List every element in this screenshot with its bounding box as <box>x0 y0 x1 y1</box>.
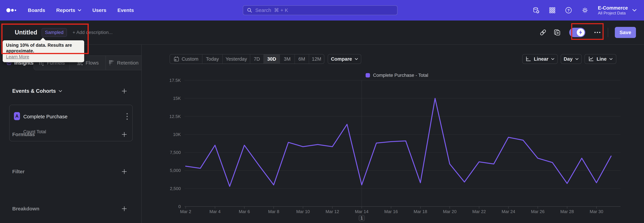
query-sidebar: Insights Funnels Flows <box>0 45 142 223</box>
add-formula-button[interactable] <box>121 131 127 138</box>
project-scope: All Project Data <box>598 11 628 16</box>
nav-item-boards[interactable]: Boards <box>28 8 45 13</box>
chart-area: Custom Today Yesterday 7D 30D 3M 6M 12M … <box>142 45 644 223</box>
tooltip-message: Using 10% of data. Results are approxima… <box>6 42 81 54</box>
svg-text:5,000: 5,000 <box>170 168 181 173</box>
nav-item-reports[interactable]: Reports <box>56 8 81 13</box>
range-today[interactable]: Today <box>202 54 223 64</box>
chart-type-dropdown[interactable]: Line <box>584 54 616 64</box>
chevron-down-icon <box>609 58 613 60</box>
learn-more-link[interactable]: Learn More <box>6 54 81 60</box>
events-cohorts-header[interactable]: Events & Cohorts <box>12 88 62 94</box>
svg-text:Mar 24: Mar 24 <box>502 209 515 214</box>
svg-text:1: 1 <box>360 215 363 220</box>
range-12m[interactable]: 12M <box>309 54 324 64</box>
svg-text:0: 0 <box>178 204 181 209</box>
range-30d[interactable]: 30D <box>264 54 280 64</box>
project-selector[interactable]: E-Commerce All Project Data <box>598 5 636 16</box>
navbar-right: ? E-Commerce All Project Data <box>532 0 636 21</box>
report-title[interactable]: Untitled <box>15 29 37 36</box>
retention-icon <box>109 60 114 66</box>
tab-label: Retention <box>117 60 138 66</box>
add-to-board-icon[interactable] <box>554 29 561 36</box>
range-7d[interactable]: 7D <box>250 54 264 64</box>
legend-swatch <box>366 73 370 77</box>
scale-dropdown[interactable]: Linear <box>522 54 558 64</box>
range-yesterday[interactable]: Yesterday <box>223 54 250 64</box>
top-navbar: Boards Reports Users Events <box>0 0 644 21</box>
svg-text:Mar 6: Mar 6 <box>239 209 250 214</box>
global-search[interactable] <box>243 5 398 15</box>
data-management-icon[interactable] <box>532 7 540 14</box>
mixpanel-logo-icon[interactable] <box>6 7 18 14</box>
chevron-down-icon <box>78 9 81 12</box>
chevron-down-icon <box>632 9 636 12</box>
lightning-bolt-icon <box>578 30 583 35</box>
nav-item-users[interactable]: Users <box>92 8 106 13</box>
breakdown-label: Breakdown <box>12 206 40 211</box>
line-chart-icon <box>588 56 594 62</box>
sampled-badge[interactable]: Sampled <box>42 28 67 37</box>
add-filter-button[interactable] <box>121 169 127 175</box>
search-input[interactable] <box>255 7 373 13</box>
search-icon <box>247 8 252 13</box>
chevron-down-icon <box>551 58 554 60</box>
svg-text:10K: 10K <box>173 132 181 137</box>
nav-item-events[interactable]: Events <box>118 8 134 13</box>
range-3m[interactable]: 3M <box>280 54 295 64</box>
svg-text:Mar 22: Mar 22 <box>472 209 486 214</box>
svg-text:Mar 4: Mar 4 <box>210 209 220 214</box>
svg-text:Mar 18: Mar 18 <box>414 209 427 214</box>
settings-gear-icon[interactable] <box>582 7 588 14</box>
svg-text:?: ? <box>567 8 570 13</box>
compare-button[interactable]: Compare <box>328 54 361 64</box>
add-event-button[interactable] <box>121 88 127 94</box>
svg-text:Mar 12: Mar 12 <box>326 209 339 214</box>
insights-report-page: Boards Reports Users Events <box>0 0 644 223</box>
svg-text:2,500: 2,500 <box>170 186 181 191</box>
interval-dropdown[interactable]: Day <box>561 54 582 64</box>
filter-row: Filter <box>0 168 142 175</box>
help-icon[interactable]: ? <box>565 7 572 14</box>
save-button[interactable]: Save <box>615 27 636 38</box>
event-options-icon[interactable] <box>126 113 128 121</box>
chevron-down-icon <box>355 58 358 60</box>
title-bar-actions: Save <box>539 27 644 38</box>
svg-text:Mar 26: Mar 26 <box>531 209 544 214</box>
chevron-down-icon <box>575 58 578 60</box>
svg-text:17.5K: 17.5K <box>170 78 181 83</box>
svg-text:Mar 2: Mar 2 <box>180 209 191 214</box>
report-title-bar: Untitled Sampled + Add description... <box>0 21 644 45</box>
range-custom[interactable]: Custom <box>170 54 202 64</box>
toggle-knob <box>577 29 584 36</box>
linear-axis-icon <box>526 56 531 62</box>
apps-grid-icon[interactable] <box>549 7 556 14</box>
copy-link-icon[interactable] <box>539 29 547 36</box>
svg-text:Mar 10: Mar 10 <box>296 209 310 214</box>
chart-legend[interactable]: Complete Purchase - Total <box>366 73 428 78</box>
formulas-label: Formulas <box>12 132 35 137</box>
add-description-field[interactable]: + Add description... <box>72 30 113 35</box>
legend-label: Complete Purchase - Total <box>373 73 428 78</box>
event-series-badge: A <box>14 112 20 120</box>
svg-text:Mar 16: Mar 16 <box>384 209 398 214</box>
range-6m[interactable]: 6M <box>295 54 309 64</box>
svg-text:12.5K: 12.5K <box>170 114 181 119</box>
svg-text:Mar 28: Mar 28 <box>560 209 574 214</box>
chart-svg[interactable]: 02,5005,0007,50010K12.5K15K17.5KMar 2Mar… <box>142 45 644 223</box>
more-options-icon[interactable] <box>594 29 601 36</box>
formulas-row: Formulas <box>0 131 142 138</box>
tab-retention[interactable]: Retention <box>106 56 142 70</box>
breakdown-row: Breakdown <box>0 205 142 212</box>
chevron-down-icon <box>58 90 62 92</box>
sampling-toggle[interactable] <box>569 28 585 37</box>
event-name: Complete Purchase <box>23 114 68 120</box>
add-breakdown-button[interactable] <box>121 206 127 212</box>
svg-text:15K: 15K <box>173 96 181 101</box>
divider <box>608 28 608 37</box>
tab-label: Flows <box>86 60 98 66</box>
calendar-icon <box>174 56 179 62</box>
filter-label: Filter <box>12 169 24 174</box>
svg-text:7,500: 7,500 <box>170 150 181 155</box>
svg-text:Mar 8: Mar 8 <box>268 209 279 214</box>
